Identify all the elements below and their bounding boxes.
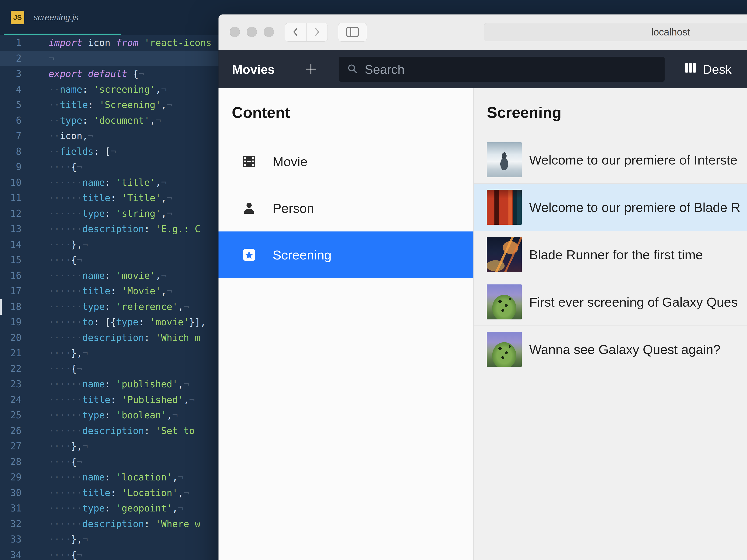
line-number: 14 (0, 237, 22, 252)
document-list-item[interactable]: Welcome to our premiere of Blade R (474, 184, 747, 231)
back-button[interactable] (285, 23, 307, 41)
line-number: 12 (0, 206, 22, 221)
studio-navbar: Movies Search Desk (218, 50, 747, 88)
content-type-movie[interactable]: Movie (218, 138, 473, 185)
chevron-left-icon (291, 27, 300, 38)
line-number: 28 (0, 454, 22, 470)
line-number: 31 (0, 501, 22, 516)
zoom-window-button[interactable] (264, 27, 274, 37)
history-nav-group (285, 23, 328, 42)
line-number: 26 (0, 423, 22, 439)
url-text: localhost (651, 27, 690, 38)
line-number: 11 (0, 190, 22, 206)
line-number: 20 (0, 330, 22, 346)
line-number: 30 (0, 485, 22, 501)
documents-pane-heading: Screening (487, 104, 561, 121)
browser-window: localhost Movies Search Desk Content Mov… (218, 15, 747, 560)
document-title: First ever screening of Galaxy Ques (529, 294, 738, 310)
content-pane: Content MoviePersonScreening (218, 88, 474, 560)
film-icon (242, 155, 256, 167)
line-number: 4 (0, 82, 22, 97)
chevron-right-icon (313, 27, 321, 38)
line-number: 24 (0, 392, 22, 408)
minimize-window-button[interactable] (247, 27, 257, 37)
blade-runner-thumbnail (487, 237, 522, 272)
line-number: 8 (0, 144, 22, 159)
line-number: 10 (0, 175, 22, 190)
desk-tool-button[interactable]: Desk (684, 50, 731, 88)
line-number: 1 (0, 35, 22, 51)
document-list: Welcome to our premiere of IntersteWelco… (474, 136, 747, 373)
content-type-person[interactable]: Person (218, 185, 473, 232)
browser-titlebar: localhost (218, 15, 747, 50)
studio-title[interactable]: Movies (232, 50, 275, 88)
document-list-item[interactable]: Welcome to our premiere of Interste (474, 136, 747, 184)
document-list-item[interactable]: Wanna see Galaxy Quest again? (474, 326, 747, 373)
content-type-screening[interactable]: Screening (218, 232, 473, 278)
url-field[interactable]: localhost (484, 23, 747, 41)
document-title: Wanna see Galaxy Quest again? (529, 342, 721, 357)
tab-filename: screening.js (34, 12, 78, 22)
content-type-label: Screening (273, 247, 332, 263)
create-new-button[interactable] (304, 62, 317, 76)
plus-icon (304, 73, 317, 76)
gutter-marker (0, 299, 2, 315)
line-number: 25 (0, 407, 22, 423)
line-number: 6 (0, 113, 22, 128)
line-number: 17 (0, 283, 22, 299)
content-pane-heading: Content (232, 104, 290, 121)
line-number: 5 (0, 97, 22, 113)
document-list-item[interactable]: Blade Runner for the first time (474, 231, 747, 278)
line-number: 23 (0, 376, 22, 392)
content-type-label: Movie (273, 154, 307, 169)
blade-runner-2049-thumbnail (487, 190, 522, 225)
line-number: 21 (0, 345, 22, 361)
line-number: 9 (0, 159, 22, 175)
content-type-list: MoviePersonScreening (218, 138, 473, 278)
line-number: 33 (0, 532, 22, 547)
desk-label: Desk (703, 62, 731, 77)
document-list-item[interactable]: First ever screening of Galaxy Ques (474, 278, 747, 326)
javascript-file-icon: JS (11, 11, 24, 24)
line-number: 34 (0, 547, 22, 560)
line-number: 32 (0, 516, 22, 532)
search-input[interactable]: Search (339, 57, 665, 82)
line-number: 16 (0, 268, 22, 284)
content-type-label: Person (273, 201, 314, 216)
galaxy-quest-2-thumbnail (487, 332, 522, 367)
person-icon (242, 202, 256, 215)
columns-icon (684, 61, 697, 77)
star-badge-icon (242, 248, 256, 261)
document-title: Welcome to our premiere of Interste (529, 152, 738, 167)
line-number: 13 (0, 221, 22, 237)
document-title: Welcome to our premiere of Blade R (529, 200, 741, 215)
line-number: 19 (0, 314, 22, 330)
line-number: 22 (0, 361, 22, 377)
search-placeholder: Search (365, 62, 405, 77)
desk-panes: Content MoviePersonScreening Screening W… (218, 88, 747, 560)
galaxy-quest-thumbnail (487, 285, 522, 319)
search-icon (347, 63, 358, 75)
sidebar-icon (346, 27, 359, 38)
document-title: Blade Runner for the first time (529, 247, 703, 262)
forward-button[interactable] (307, 23, 328, 41)
line-number: 15 (0, 252, 22, 268)
interstellar-thumbnail (487, 142, 522, 177)
line-number: 18 (0, 299, 22, 315)
line-number: 2 (0, 51, 22, 66)
line-number: 3 (0, 66, 22, 82)
line-number: 7 (0, 128, 22, 144)
line-number: 29 (0, 470, 22, 485)
line-number: 27 (0, 438, 22, 454)
close-window-button[interactable] (230, 27, 240, 37)
documents-pane: Screening Welcome to our premiere of Int… (474, 88, 747, 560)
editor-tab[interactable]: JS screening.js (0, 0, 78, 35)
sidebar-toggle-button[interactable] (338, 23, 367, 42)
